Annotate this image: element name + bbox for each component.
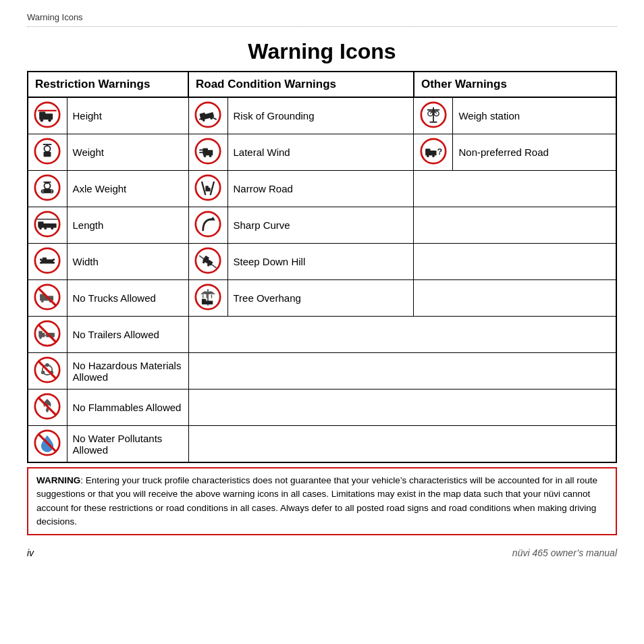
label-no-trailers: No Trailers Allowed [67,317,188,353]
icon-narrow-road [188,171,227,207]
empty-road-7 [188,317,616,353]
icon-no-trucks [28,280,67,317]
table-row: Width Steep Down Hill [28,244,616,280]
table-row: No Hazardous Materials Allowed [28,353,616,390]
svg-rect-68 [53,259,55,261]
icon-steep-down-hill [188,244,227,280]
icon-non-preferred: ? [414,134,453,171]
icon-axle-weight [28,171,67,207]
svg-rect-91 [39,331,43,333]
svg-rect-54 [38,221,44,225]
svg-point-61 [196,212,220,236]
svg-rect-2 [39,111,45,115]
svg-rect-35 [425,149,430,152]
svg-point-79 [41,300,44,303]
svg-point-100 [41,371,45,374]
label-non-preferred-road: Non-preferred Road [453,134,616,171]
table-row: Length Sharp Curve [28,207,616,244]
svg-rect-90 [39,333,45,337]
icon-weight [28,134,67,171]
label-no-flammables: No Flammables Allowed [67,390,188,426]
svg-rect-51 [205,186,209,188]
svg-point-94 [39,337,42,340]
header-road: Road Condition Warnings [188,72,414,97]
footer: iv nüvi 465 owner’s manual [27,547,617,558]
header-restriction: Restriction Warnings [28,72,188,97]
label-lateral-wind: Lateral Wind [227,134,414,171]
empty-road-9 [188,390,616,426]
label-narrow-road: Narrow Road [227,171,414,207]
svg-point-39 [35,176,59,200]
icon-sharp-curve [188,207,227,244]
label-no-hazmat: No Hazardous Materials Allowed [67,353,188,390]
icon-tree-overhang [188,280,227,317]
table-row: Weight Lateral Wind [28,134,616,171]
label-sharp-curve: Sharp Curve [227,207,414,244]
svg-point-3 [41,119,44,122]
svg-point-57 [51,227,54,230]
svg-rect-65 [43,257,47,261]
svg-point-28 [209,155,212,157]
label-steep-down-hill: Steep Down Hill [227,244,414,280]
icon-length [28,207,67,244]
icon-no-water-pollutants [28,426,67,463]
label-weigh-station: Weigh station [453,97,616,134]
icon-lateral-wind [188,134,227,171]
label-tree-overhang: Tree Overhang [227,280,414,317]
page-title: Warning Icons [27,39,617,64]
empty-other-6 [414,280,616,317]
svg-rect-67 [40,262,42,264]
footer-page-number: iv [27,547,34,558]
svg-rect-85 [202,299,206,302]
icon-no-flammables [28,390,67,426]
svg-text:?: ? [437,146,442,157]
icon-risk-grounding [188,97,227,134]
label-risk-grounding: Risk of Grounding [227,97,414,134]
empty-other-4 [414,207,616,244]
icon-height [28,97,67,134]
svg-rect-69 [53,262,55,264]
svg-point-55 [39,227,42,230]
table-row: Axle Weight Narrow Road [28,171,616,207]
label-width: Width [67,244,188,280]
svg-point-4 [49,119,52,122]
svg-point-99 [46,363,49,367]
empty-other-3 [414,171,616,207]
svg-point-36 [427,155,429,157]
table-row: Height Risk of Grounding [28,97,616,134]
empty-road-8 [188,353,616,390]
label-axle-weight: Axle Weight [67,171,188,207]
breadcrumb: Warning Icons [27,12,617,27]
table-row: No Trailers Allowed [28,317,616,353]
icon-width [28,244,67,280]
warning-box: WARNING: Entering your truck profile cha… [27,467,617,535]
label-weight: Weight [67,134,188,171]
footer-manual-title: nüvi 465 owner’s manual [512,547,617,558]
svg-rect-21 [44,152,51,157]
empty-road-10 [188,426,616,463]
svg-rect-66 [40,259,42,261]
empty-other-5 [414,244,616,280]
table-row: No Water Pollutants Allowed [28,426,616,463]
header-other: Other Warnings [414,72,616,97]
label-no-trucks: No Trucks Allowed [67,280,188,317]
warning-bold-text: WARNING [36,475,80,485]
table-row: No Trucks Allowed Tree Overhang [28,280,616,317]
label-length: Length [67,207,188,244]
table-row: No Flammables Allowed [28,390,616,426]
warning-icons-table: Restriction Warnings Road Condition Warn… [27,71,617,463]
warning-body-text: : Entering your truck profile characteri… [36,475,597,527]
icon-no-hazmat [28,353,67,390]
svg-point-27 [204,155,207,157]
svg-rect-5 [38,110,57,111]
label-no-water-pollutants: No Water Pollutants Allowed [67,426,188,463]
svg-point-37 [432,155,435,157]
icon-no-trailers [28,317,67,353]
svg-point-56 [45,227,47,230]
label-height: Height [67,97,188,134]
icon-weigh-station [414,97,453,134]
